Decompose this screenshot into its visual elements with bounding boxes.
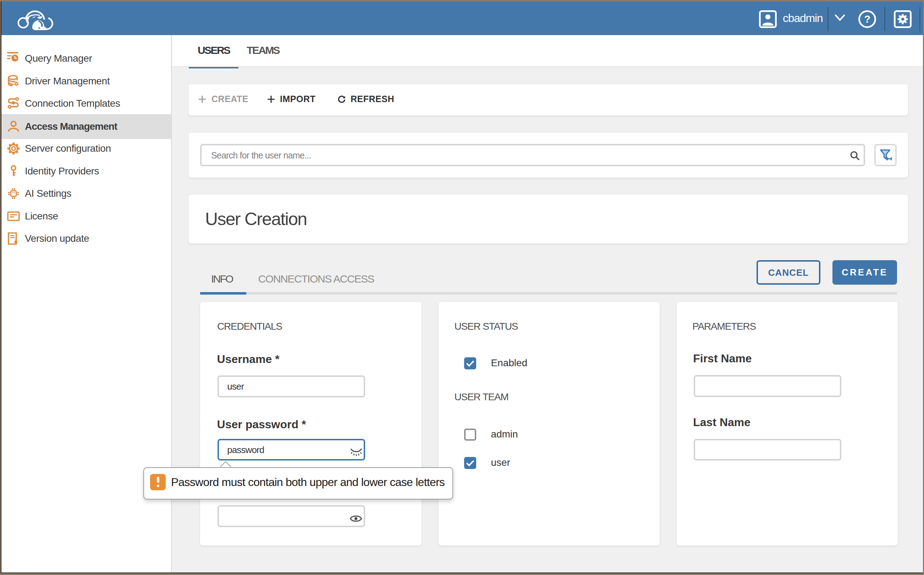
svg-text:?: ?: [864, 13, 870, 25]
